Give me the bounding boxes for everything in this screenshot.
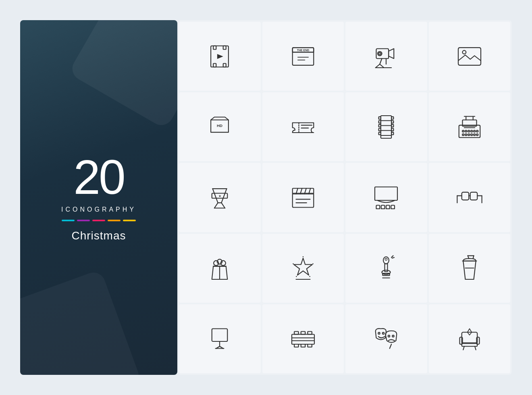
cinema-screen-icon	[372, 183, 400, 212]
svg-point-134	[388, 335, 390, 337]
film-reel-icon	[289, 324, 317, 353]
svg-text:THE END: THE END	[297, 48, 309, 51]
svg-rect-118	[212, 329, 228, 342]
icon-cell-directors-chair: ★	[179, 163, 261, 232]
svg-rect-37	[391, 116, 393, 119]
svg-point-56	[476, 134, 478, 135]
icon-count: 20	[61, 153, 136, 201]
svg-text:HD: HD	[217, 123, 222, 128]
svg-rect-126	[294, 344, 299, 347]
3d-glasses-icon	[455, 183, 484, 212]
category-title: Christmas	[61, 229, 136, 242]
svg-rect-4	[223, 63, 226, 67]
color-bar-2	[77, 220, 90, 221]
icon-cell-masks	[345, 304, 427, 373]
svg-rect-35	[379, 128, 381, 131]
icon-cell-ticket	[262, 92, 344, 161]
icon-cell-filmstrip	[345, 92, 427, 161]
svg-rect-36	[379, 132, 381, 135]
cinema-seat-icon	[455, 324, 484, 353]
icon-cell-the-end: THE END	[262, 22, 344, 91]
svg-rect-80	[386, 205, 390, 209]
icon-cell-hd-screen: HD	[179, 92, 261, 161]
svg-point-54	[471, 134, 472, 135]
main-container: 20 ICONOGRAPHY Christmas	[20, 20, 512, 375]
svg-point-133	[382, 333, 384, 334]
hd-screen-icon: HD	[206, 113, 234, 141]
svg-point-48	[471, 130, 472, 132]
svg-point-50	[476, 130, 478, 132]
icon-cell-landscape	[429, 22, 511, 91]
icon-cell-film-reel	[262, 304, 344, 373]
svg-line-16	[380, 58, 382, 64]
svg-point-21	[462, 50, 466, 54]
svg-rect-128	[308, 344, 312, 347]
svg-rect-39	[391, 125, 393, 127]
svg-marker-5	[217, 54, 223, 58]
typewriter-icon	[455, 113, 484, 141]
svg-rect-129	[294, 332, 299, 335]
svg-rect-87	[462, 192, 469, 200]
svg-rect-33	[379, 121, 381, 123]
svg-rect-127	[301, 344, 305, 347]
icon-cell-clapperboard	[262, 163, 344, 232]
svg-point-102	[296, 276, 297, 277]
svg-line-60	[213, 189, 218, 203]
icon-cell-film-play	[179, 22, 261, 91]
the-end-icon: THE END	[289, 42, 317, 71]
svg-line-18	[380, 64, 384, 68]
left-content: 20 ICONOGRAPHY Christmas	[61, 153, 136, 242]
svg-line-61	[222, 189, 227, 203]
svg-point-49	[474, 130, 475, 132]
film-strip-icon	[372, 113, 400, 141]
directors-chair-icon: ★	[206, 183, 234, 212]
svg-text:★: ★	[218, 194, 221, 198]
svg-line-17	[376, 64, 380, 68]
svg-point-53	[468, 134, 470, 135]
svg-point-100	[312, 263, 314, 264]
svg-line-143	[475, 347, 476, 350]
film-play-icon	[206, 42, 234, 71]
star-icon	[289, 254, 317, 282]
svg-rect-123	[292, 335, 314, 345]
svg-point-55	[474, 134, 475, 135]
icon-cell-drink	[429, 234, 511, 303]
svg-rect-34	[379, 125, 381, 127]
svg-rect-40	[391, 128, 393, 131]
svg-rect-38	[391, 121, 393, 123]
film-camera-icon	[372, 42, 400, 71]
svg-rect-1	[214, 46, 216, 49]
drink-icon	[455, 254, 484, 282]
icon-cell-star	[262, 234, 344, 303]
svg-rect-78	[376, 205, 380, 209]
svg-point-15	[379, 52, 381, 54]
svg-point-101	[309, 276, 310, 277]
svg-line-65	[214, 203, 218, 208]
color-bars	[61, 220, 136, 221]
svg-point-46	[465, 130, 467, 132]
svg-rect-32	[379, 116, 381, 119]
icon-cell-typewriter	[429, 92, 511, 161]
svg-rect-77	[375, 187, 397, 200]
svg-point-99	[302, 256, 303, 258]
svg-rect-131	[308, 332, 312, 335]
icon-cell-cinema-screen	[345, 163, 427, 232]
svg-point-135	[393, 335, 394, 337]
svg-line-111	[391, 256, 393, 258]
icon-cell-oscar	[345, 234, 427, 303]
svg-rect-79	[381, 205, 385, 209]
movie-ticket-icon	[289, 113, 317, 141]
icon-cell-monitor	[179, 304, 261, 373]
svg-point-45	[462, 130, 464, 132]
svg-marker-98	[294, 258, 312, 275]
iconography-label: ICONOGRAPHY	[61, 206, 136, 213]
clapperboard-icon	[289, 183, 317, 212]
icon-cell-cinema-seat	[429, 304, 511, 373]
color-bar-1	[62, 220, 75, 221]
svg-point-103	[293, 263, 294, 264]
svg-rect-27	[381, 116, 391, 138]
color-bar-4	[108, 220, 121, 221]
landscape-icon	[455, 42, 484, 71]
icon-grid: THE END	[177, 20, 512, 375]
masks-icon	[372, 324, 400, 353]
